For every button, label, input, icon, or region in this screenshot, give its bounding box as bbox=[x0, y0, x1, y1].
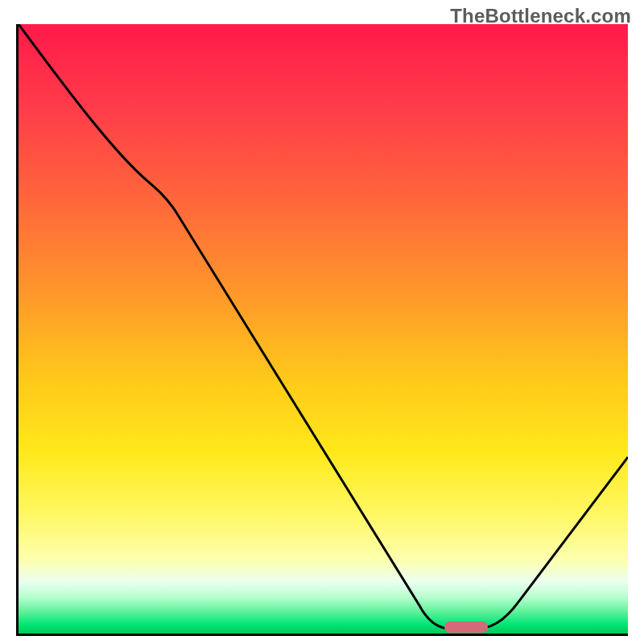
optimal-marker bbox=[444, 621, 488, 633]
watermark-text: TheBottleneck.com bbox=[450, 5, 631, 27]
gradient-background bbox=[19, 24, 628, 634]
chart-container: TheBottleneck.com bbox=[0, 0, 644, 644]
plot-area bbox=[16, 24, 628, 636]
